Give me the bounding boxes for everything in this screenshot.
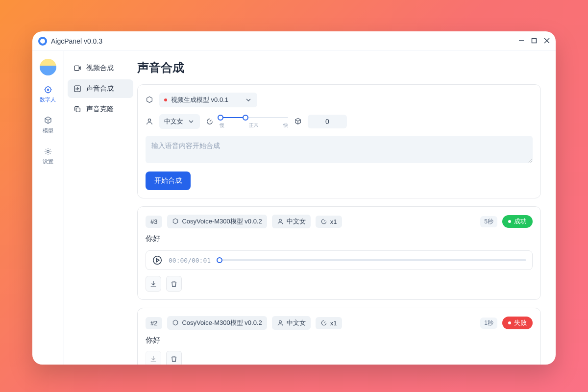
speed-slider[interactable]: 慢 正常 快 xyxy=(220,114,288,129)
task-duration: 5秒 xyxy=(480,216,497,227)
download-icon xyxy=(149,355,157,363)
speed-icon xyxy=(206,118,214,125)
download-button[interactable] xyxy=(146,276,161,292)
task-actions xyxy=(146,276,533,292)
video-icon xyxy=(74,64,81,72)
synth-form-card: 视频生成模型 v0.0.1 中文女 xyxy=(137,84,541,198)
start-synth-button[interactable]: 开始合成 xyxy=(146,172,191,190)
nav-label: 视频合成 xyxy=(86,64,114,73)
task-actions xyxy=(146,351,533,365)
speed-icon xyxy=(320,319,327,326)
svg-point-5 xyxy=(47,89,49,91)
task-text: 你好 xyxy=(146,234,533,244)
gear-icon xyxy=(44,147,52,156)
task-status-badge: 失败 xyxy=(502,317,533,329)
rail-label: 数字人 xyxy=(40,96,56,103)
download-button[interactable] xyxy=(146,351,161,365)
task-status-badge: 成功 xyxy=(502,215,533,228)
svg-point-12 xyxy=(153,256,162,265)
user-icon xyxy=(146,118,153,125)
task-duration: 1秒 xyxy=(480,318,497,329)
svg-point-13 xyxy=(279,320,281,323)
model-icon xyxy=(172,319,179,326)
task-list: #3 CosyVoice-M300模型 v0.0.2 中文女 x1 5秒 成功 … xyxy=(137,206,541,365)
svg-rect-1 xyxy=(532,38,537,43)
task-id-chip: #3 xyxy=(146,216,162,228)
audio-player: 00:00/00:01 xyxy=(146,250,533,270)
user-icon xyxy=(277,218,284,225)
task-speed-chip: x1 xyxy=(316,216,342,228)
close-icon[interactable] xyxy=(544,37,550,45)
nav-label: 声音克隆 xyxy=(86,105,114,114)
progress-bar[interactable] xyxy=(217,259,526,261)
side-nav: 视频合成 声音合成 声音克隆 xyxy=(64,51,137,365)
content-scroll[interactable]: 声音合成 视频生成模型 v0.0.1 中文女 xyxy=(137,51,556,365)
delete-button[interactable] xyxy=(166,276,182,292)
speed-label-normal: 正常 xyxy=(249,122,259,129)
seed-input[interactable] xyxy=(308,115,347,128)
speed-label-fast: 快 xyxy=(283,122,288,129)
voice-select-label: 中文女 xyxy=(164,117,183,126)
maximize-icon[interactable] xyxy=(531,37,537,45)
task-header: #2 CosyVoice-M300模型 v0.0.2 中文女 x1 1秒 失败 xyxy=(146,316,533,330)
chevron-down-icon xyxy=(187,118,195,125)
cube-icon xyxy=(294,118,302,125)
main-layout: 数字人 模型 设置 视频合成 声音合成 声音克隆 xyxy=(32,51,556,365)
avatar[interactable] xyxy=(40,59,56,75)
nav-item-video-synth[interactable]: 视频合成 xyxy=(68,59,133,77)
window-controls xyxy=(518,37,550,45)
voice-select[interactable]: 中文女 xyxy=(159,114,200,129)
play-icon[interactable] xyxy=(152,255,163,266)
rail-item-digital-human[interactable]: 数字人 xyxy=(36,82,60,106)
side-rail: 数字人 模型 设置 xyxy=(32,51,64,365)
user-icon xyxy=(277,319,284,326)
svg-rect-9 xyxy=(76,108,80,112)
task-text: 你好 xyxy=(146,336,533,345)
task-voice-chip: 中文女 xyxy=(272,215,311,228)
model-icon xyxy=(44,116,52,125)
rail-label: 设置 xyxy=(43,158,53,165)
nav-label: 声音合成 xyxy=(86,84,114,93)
model-select[interactable]: 视频生成模型 v0.0.1 xyxy=(159,93,257,107)
app-title: AigcPanel v0.0.3 xyxy=(51,37,102,45)
rail-item-settings[interactable]: 设置 xyxy=(36,144,60,168)
task-model-chip: CosyVoice-M300模型 v0.0.2 xyxy=(167,316,267,330)
speed-icon xyxy=(320,218,327,225)
app-logo-icon xyxy=(38,37,47,46)
delete-button[interactable] xyxy=(166,351,182,365)
time-code: 00:00/00:01 xyxy=(169,257,211,264)
nav-item-sound-clone[interactable]: 声音克隆 xyxy=(68,100,133,119)
svg-rect-7 xyxy=(74,66,79,70)
trash-icon xyxy=(170,280,178,288)
model-icon xyxy=(146,96,153,104)
page-title: 声音合成 xyxy=(137,60,541,75)
task-speed-chip: x1 xyxy=(316,317,342,329)
trash-icon xyxy=(170,355,178,363)
svg-point-6 xyxy=(47,150,49,153)
speed-label-slow: 慢 xyxy=(220,122,224,129)
svg-point-4 xyxy=(45,87,51,93)
task-header: #3 CosyVoice-M300模型 v0.0.2 中文女 x1 5秒 成功 xyxy=(146,215,533,228)
task-id-chip: #2 xyxy=(146,317,162,329)
titlebar: AigcPanel v0.0.3 xyxy=(32,31,556,51)
download-icon xyxy=(149,280,157,288)
task-model-chip: CosyVoice-M300模型 v0.0.2 xyxy=(167,215,267,228)
task-card: #3 CosyVoice-M300模型 v0.0.2 中文女 x1 5秒 成功 … xyxy=(137,206,541,300)
task-voice-chip: 中文女 xyxy=(272,316,311,330)
rail-item-model[interactable]: 模型 xyxy=(36,113,60,137)
app-window: AigcPanel v0.0.3 数字人 模型 xyxy=(32,31,556,365)
svg-point-10 xyxy=(148,119,150,122)
synth-text-input[interactable] xyxy=(146,136,533,163)
status-dot-icon xyxy=(164,98,167,101)
model-select-label: 视频生成模型 v0.0.1 xyxy=(171,96,228,104)
sound-icon xyxy=(74,85,81,93)
nav-item-sound-synth[interactable]: 声音合成 xyxy=(68,79,133,98)
task-card: #2 CosyVoice-M300模型 v0.0.2 中文女 x1 1秒 失败 … xyxy=(137,308,541,365)
minimize-icon[interactable] xyxy=(518,37,524,45)
svg-point-11 xyxy=(279,219,281,221)
rail-label: 模型 xyxy=(43,127,53,134)
model-icon xyxy=(172,218,179,225)
chevron-down-icon xyxy=(245,96,252,104)
clone-icon xyxy=(74,105,81,113)
digital-human-icon xyxy=(44,85,52,94)
